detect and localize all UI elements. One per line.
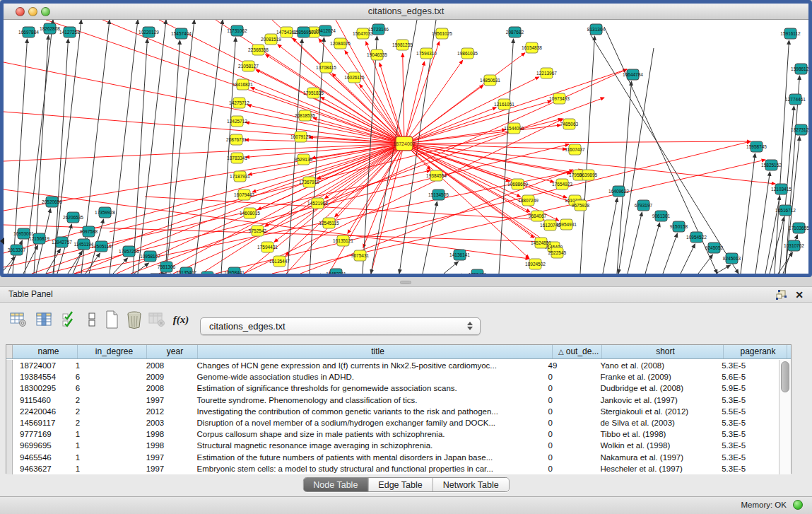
cell-name: 9777169 bbox=[13, 428, 71, 440]
graph-node-label: 9675431 bbox=[351, 253, 370, 258]
row-gutter bbox=[6, 360, 13, 371]
table-settings-icon[interactable] bbox=[8, 310, 28, 329]
graph-node-label: 7581306 bbox=[158, 264, 176, 269]
memory-ok-indicator-icon[interactable] bbox=[793, 500, 803, 510]
table-row[interactable]: 2242004622012Investigating the contribut… bbox=[6, 406, 779, 417]
column-header-short[interactable]: short bbox=[602, 345, 724, 358]
node-table: namein_degreeyeartitle△out_de...shortpag… bbox=[6, 344, 792, 474]
cell-pagerank: 5.3E-5 bbox=[716, 440, 779, 451]
zoom-traffic-light-icon[interactable] bbox=[41, 7, 50, 16]
graph-node-label: 8245013 bbox=[723, 256, 741, 261]
graph-node-label: 13942757 bbox=[52, 240, 72, 245]
graph-node-label: 12156819 bbox=[29, 236, 49, 241]
table-source-select[interactable]: citations_edges.txt bbox=[200, 317, 481, 335]
divider-handle[interactable] bbox=[400, 281, 411, 284]
table-row[interactable]: 946362711997Embryonic stem cells: a mode… bbox=[6, 463, 779, 474]
cell-pagerank: 5.3E-5 bbox=[716, 428, 779, 440]
graph-node-label: 17187931 bbox=[230, 174, 250, 179]
table-panel: Table Panel ✕ bbox=[0, 286, 812, 514]
cell-pagerank: 5.3E-5 bbox=[716, 360, 779, 371]
graph-node-label: 8131304 bbox=[587, 27, 606, 32]
tab-network-table[interactable]: Network Table bbox=[433, 478, 509, 491]
graph-node-label: 15134505 bbox=[428, 192, 449, 197]
delete-trash-icon[interactable] bbox=[124, 310, 144, 329]
graph-node[interactable] bbox=[201, 271, 213, 274]
graph-node-label: 16953061 bbox=[13, 231, 34, 236]
graph-node-label: 20520656 bbox=[42, 199, 62, 204]
table-row[interactable]: 1456911722003Disruption of a novel membe… bbox=[6, 417, 779, 428]
function-builder-icon[interactable]: f(x) bbox=[171, 310, 191, 329]
graph-node-label: 14127258 bbox=[59, 30, 80, 35]
cell-name: 19384554 bbox=[13, 371, 71, 382]
cell-title: Disruption of a novel member of a sodium… bbox=[192, 417, 546, 428]
cell-out_degree: 49 bbox=[546, 360, 595, 371]
sort-ascending-icon: △ bbox=[558, 348, 564, 356]
graph-node-label: 14136141 bbox=[449, 252, 470, 257]
cell-title: Structural magnetic resonance image aver… bbox=[192, 440, 546, 451]
column-header-year[interactable]: year bbox=[147, 345, 198, 358]
column-header-name[interactable]: name bbox=[13, 345, 78, 358]
cell-name: 9699695 bbox=[13, 440, 71, 451]
select-columns-icon[interactable] bbox=[59, 310, 79, 329]
table-header-row: namein_degreeyeartitle△out_de...shortpag… bbox=[6, 345, 791, 359]
graph-node-label: 10958107 bbox=[140, 254, 160, 259]
graph-node-label: 12161051 bbox=[494, 102, 514, 107]
cell-pagerank: 5.3E-5 bbox=[716, 395, 779, 406]
float-window-icon[interactable] bbox=[776, 290, 787, 300]
cell-name: 9465546 bbox=[13, 452, 71, 463]
panel-collapse-arrow-icon[interactable] bbox=[0, 238, 4, 245]
status-bar: Memory: OK bbox=[0, 496, 812, 514]
table-row[interactable]: 969969511998Structural magnetic resonanc… bbox=[6, 440, 779, 451]
graph-node-label: 15723146 bbox=[368, 27, 389, 32]
network-window: citations_edges.txt 22368358200815191475… bbox=[0, 0, 812, 277]
graph-node-label: 11544091 bbox=[504, 126, 524, 131]
table-column-icon[interactable] bbox=[34, 310, 54, 329]
graph-node-label: 20081519 bbox=[261, 37, 281, 42]
cell-short: Yano et al. (2008) bbox=[594, 360, 716, 371]
graph-node-label: 18783341 bbox=[227, 156, 247, 160]
network-window-titlebar[interactable]: citations_edges.txt bbox=[4, 4, 808, 20]
network-window-title: citations_edges.txt bbox=[4, 4, 808, 19]
panel-divider[interactable] bbox=[0, 279, 812, 286]
graph-node-label: 20818535 bbox=[295, 113, 315, 118]
column-header-out_degree[interactable]: △out_de... bbox=[553, 345, 602, 358]
graph-node-label: 9529135 bbox=[295, 157, 313, 162]
close-traffic-light-icon[interactable] bbox=[16, 7, 25, 16]
citation-network-graph: 2236835820081519147543612105812718416821… bbox=[4, 20, 808, 274]
minimize-traffic-light-icon[interactable] bbox=[28, 7, 37, 16]
graph-node-label: 18262808 bbox=[40, 26, 60, 31]
graph-node-label: 17957255 bbox=[119, 249, 139, 254]
table-row[interactable]: 1872400712008Changes of HCN gene express… bbox=[6, 360, 779, 371]
graph-node-label: 19561025 bbox=[432, 31, 452, 36]
row-gutter bbox=[6, 463, 13, 474]
table-row[interactable]: 946554611997Estimation of the future num… bbox=[6, 452, 779, 463]
vertical-scrollbar[interactable] bbox=[779, 360, 791, 474]
graph-node-label: 17594310 bbox=[416, 51, 437, 56]
new-document-icon[interactable] bbox=[102, 310, 122, 329]
graph-node-label: 12425712 bbox=[227, 119, 247, 124]
table-row[interactable]: 1938455462009Genome-wide association stu… bbox=[6, 371, 779, 382]
graph-node-label: 14521963 bbox=[307, 201, 328, 206]
tab-node-table[interactable]: Node Table bbox=[303, 478, 368, 491]
cell-in_degree: 1 bbox=[71, 463, 141, 474]
graph-node-label: 16079123 bbox=[290, 134, 311, 139]
graph-node-label: 15856957 bbox=[293, 30, 314, 35]
column-header-pagerank[interactable]: pagerank bbox=[724, 345, 787, 358]
column-header-title[interactable]: title bbox=[198, 345, 553, 358]
row-height-icon[interactable] bbox=[82, 310, 102, 329]
table-row[interactable]: 911546021997Tourette syndrome. Phenomeno… bbox=[6, 395, 779, 406]
graph-node-label: 19412024 bbox=[315, 28, 336, 33]
table-row[interactable]: 977716911998Corpus callosum shape and si… bbox=[6, 428, 779, 440]
graph-node-label: 9150158 bbox=[670, 224, 688, 229]
close-icon[interactable]: ✕ bbox=[795, 288, 804, 301]
graph-node-label: 18416821 bbox=[233, 82, 253, 87]
network-canvas[interactable]: 2236835820081519147543612105812718416821… bbox=[4, 20, 808, 274]
graph-node-label: 14608015 bbox=[240, 211, 260, 216]
column-header-in_degree[interactable]: in_degree bbox=[78, 345, 147, 358]
tab-edge-table[interactable]: Edge Table bbox=[368, 478, 433, 491]
graph-node-label: 16079447 bbox=[234, 192, 254, 197]
scrollbar-thumb[interactable] bbox=[781, 361, 789, 392]
graph-node-label: 15958745 bbox=[746, 144, 767, 149]
table-row[interactable]: 1830029562008Estimation of significance … bbox=[6, 382, 779, 394]
graph-node-label: 10688609 bbox=[507, 182, 528, 187]
